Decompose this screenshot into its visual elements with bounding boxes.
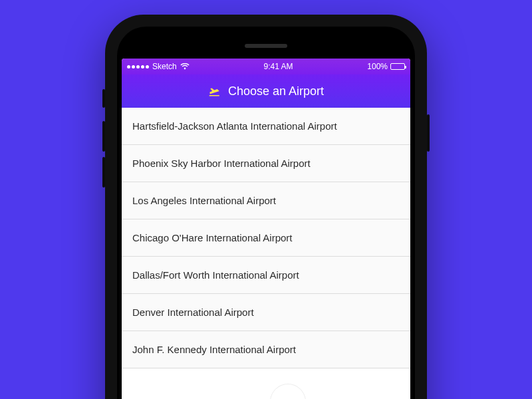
- airport-name: John F. Kennedy International Airport: [132, 344, 296, 355]
- phone-speaker: [245, 44, 287, 48]
- volume-down-button: [102, 157, 105, 188]
- list-item[interactable]: Dallas/Fort Worth International Airport: [122, 257, 410, 294]
- airport-name: Chicago O'Hare International Airport: [132, 232, 293, 243]
- signal-dots-icon: [127, 65, 149, 68]
- screen: Sketch 9:41 AM 100% Choose an Airport: [122, 59, 410, 399]
- power-button: [427, 114, 430, 152]
- airport-name: Dallas/Fort Worth International Airport: [132, 269, 299, 281]
- nav-bar: Choose an Airport: [122, 74, 410, 108]
- status-time: 9:41 AM: [263, 62, 293, 71]
- airport-name: Phoenix Sky Harbor International Airport: [132, 158, 311, 169]
- list-item[interactable]: Phoenix Sky Harbor International Airport: [122, 145, 410, 182]
- airport-name: Denver International Airport: [132, 307, 254, 318]
- list-item[interactable]: Los Angeles International Airport: [122, 182, 410, 219]
- battery-percent: 100%: [367, 62, 388, 71]
- list-item[interactable]: John F. Kennedy International Airport: [122, 331, 410, 368]
- nav-title: Choose an Airport: [228, 84, 324, 98]
- volume-up-button: [102, 121, 105, 152]
- airport-name: Hartsfield-Jackson Atlanta International…: [132, 120, 337, 132]
- touch-indicator-icon: [271, 384, 305, 399]
- battery-icon: [390, 63, 405, 70]
- status-bar: Sketch 9:41 AM 100%: [122, 59, 410, 74]
- list-item[interactable]: Hartsfield-Jackson Atlanta International…: [122, 108, 410, 145]
- airport-list[interactable]: Hartsfield-Jackson Atlanta International…: [122, 108, 410, 368]
- airport-name: Los Angeles International Airport: [132, 195, 276, 206]
- list-item[interactable]: Denver International Airport: [122, 294, 410, 331]
- wifi-icon: [180, 63, 190, 70]
- mute-switch: [102, 89, 105, 108]
- carrier-label: Sketch: [152, 62, 177, 71]
- list-item[interactable]: Chicago O'Hare International Airport: [122, 219, 410, 257]
- airplane-departure-icon: [208, 85, 221, 97]
- phone-frame: Sketch 9:41 AM 100% Choose an Airport: [105, 15, 427, 399]
- svg-rect-0: [209, 95, 219, 96]
